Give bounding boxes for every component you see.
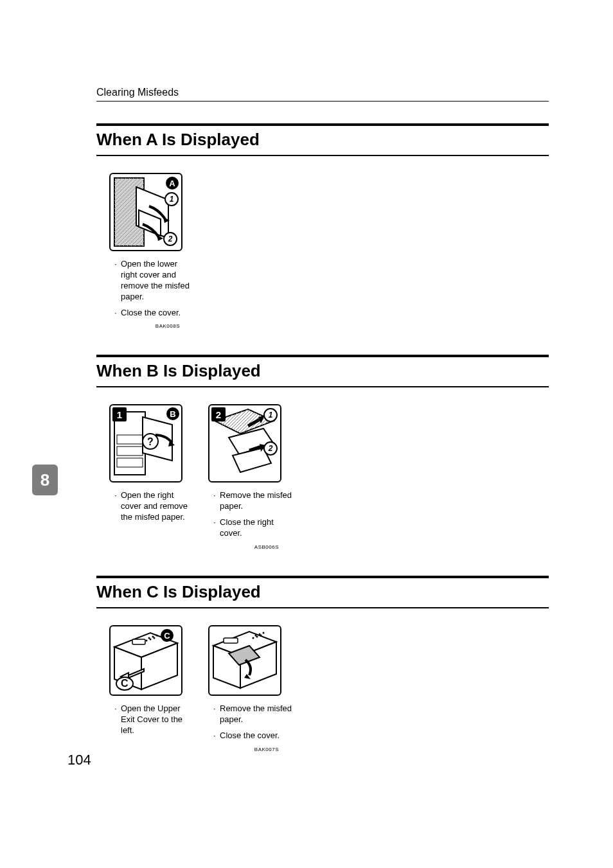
- step-2-badge: 2: [163, 232, 177, 246]
- svg-point-34: [263, 632, 265, 634]
- caption-text: Remove the misfed paper.: [220, 704, 292, 725]
- caption-text: Remove the misfed paper.: [220, 490, 292, 512]
- caption-text: Open the Upper Exit Cover to the left.: [121, 704, 193, 736]
- panel-number-1: 1: [112, 407, 127, 421]
- svg-rect-9: [117, 458, 143, 467]
- svg-point-36: [256, 636, 258, 638]
- illustration-b2: 2 1 2: [208, 404, 281, 483]
- badge-letter-c-circle: C: [161, 629, 173, 642]
- svg-point-24: [146, 640, 148, 642]
- panel-number-2: 2: [211, 407, 226, 421]
- svg-text:?: ?: [147, 436, 154, 447]
- badge-letter-c-box: C: [116, 677, 134, 691]
- svg-point-35: [253, 637, 254, 639]
- svg-rect-27: [132, 639, 145, 644]
- chapter-tab: 8: [32, 465, 58, 495]
- caption-text: Close the cover.: [220, 731, 280, 741]
- section-a-heading: When A Is Displayed: [96, 123, 549, 156]
- caption-text: Close the cover.: [121, 308, 181, 319]
- svg-point-26: [154, 637, 155, 639]
- figure-code: BAK008S: [109, 323, 180, 329]
- section-c-body: C C ·Open the Upper Exit Cover to the le…: [96, 608, 549, 778]
- manual-page: 8 Clearing Misfeeds When A Is Displayed …: [0, 0, 613, 868]
- header-rule: [96, 101, 549, 102]
- figure-code: BAK007S: [208, 747, 279, 752]
- illustration-a: A 1 2: [109, 173, 182, 251]
- illustration-c2: [208, 625, 281, 696]
- caption-list-b1: ·Open the right cover and remove the mis…: [109, 490, 193, 523]
- step-1-badge: 1: [164, 192, 179, 206]
- section-b-body: ? 1 B ·Open the right cover and remove t…: [96, 387, 549, 576]
- page-number: 104: [67, 752, 91, 768]
- caption-list-c1: ·Open the Upper Exit Cover to the left.: [109, 704, 193, 736]
- section-b-heading: When B Is Displayed: [96, 355, 549, 387]
- caption-list-c2: ·Remove the misfed paper. ·Close the cov…: [208, 704, 292, 741]
- running-head: Clearing Misfeeds: [96, 87, 549, 98]
- caption-text: Open the right cover and remove the misf…: [121, 490, 193, 523]
- figure-code: ASB006S: [208, 544, 279, 550]
- caption-list-a: ·Open the lower right cover and remove t…: [109, 259, 193, 318]
- caption-text: Close the right cover.: [220, 517, 292, 539]
- svg-rect-8: [117, 447, 143, 456]
- caption-text: Open the lower right cover and remove th…: [121, 259, 193, 303]
- section-a-body: A 1 2 ·Open the lower right cover and re…: [96, 156, 549, 355]
- illustration-c1: C C: [109, 625, 182, 696]
- svg-point-37: [260, 635, 262, 637]
- illustration-b1: ? 1 B: [109, 404, 182, 483]
- badge-letter-a: A: [166, 177, 179, 190]
- svg-point-23: [156, 635, 158, 637]
- section-c-heading: When C Is Displayed: [96, 576, 549, 608]
- svg-rect-38: [224, 638, 238, 643]
- svg-rect-7: [117, 435, 143, 444]
- caption-list-b2: ·Remove the misfed paper. ·Close the rig…: [208, 490, 292, 539]
- svg-point-25: [150, 639, 152, 641]
